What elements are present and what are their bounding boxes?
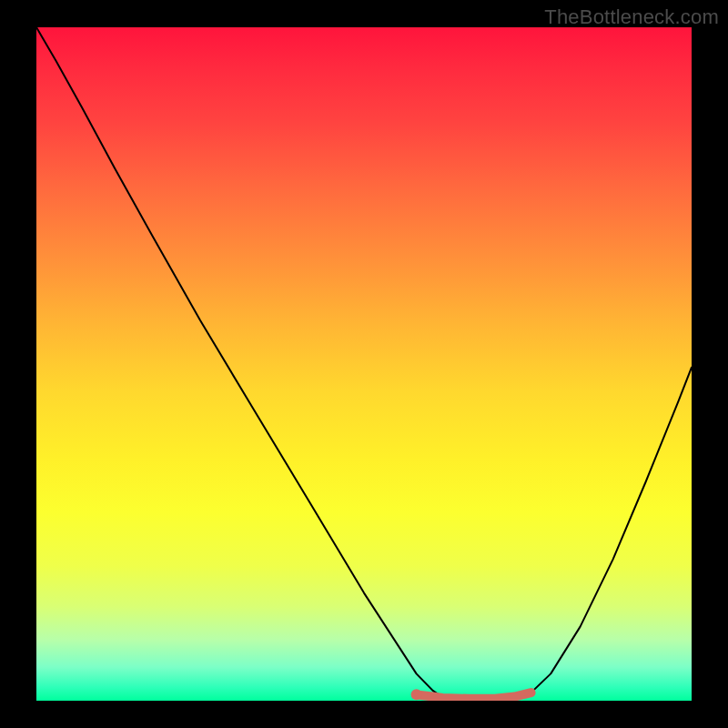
- curve-layer: [36, 27, 692, 701]
- optimal-start-dot: [411, 689, 422, 700]
- chart-stage: TheBottleneck.com: [0, 0, 728, 728]
- plot-area: [36, 27, 692, 701]
- bottleneck-curve: [36, 27, 692, 700]
- optimal-zone: [417, 693, 531, 699]
- watermark-text: TheBottleneck.com: [544, 5, 719, 29]
